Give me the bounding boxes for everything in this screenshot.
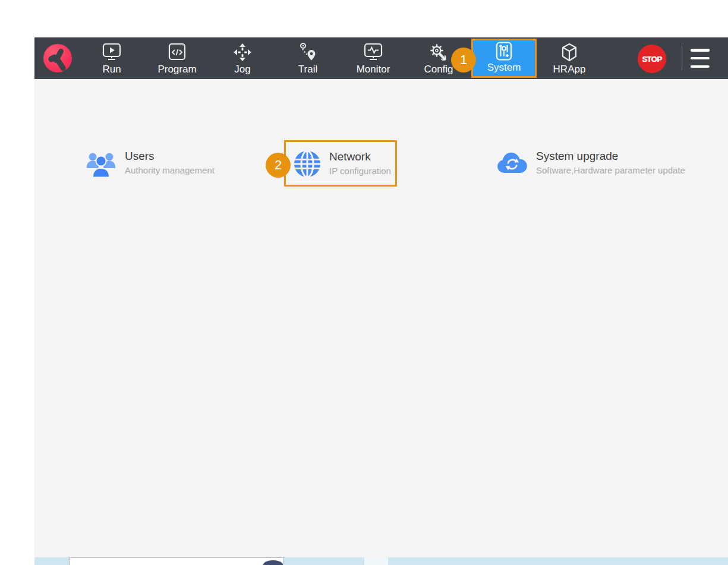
cube-icon: [559, 42, 580, 63]
tab-label: Jog: [234, 64, 250, 75]
topbar-divider: [682, 46, 682, 71]
tile-users[interactable]: Users Authority management: [85, 149, 215, 181]
top-nav-bar: Run Program: [34, 37, 728, 79]
cloud-sync-icon: [496, 149, 528, 178]
tab-system[interactable]: System: [471, 39, 537, 78]
step-2-highlight-outline: Network IP configuration: [284, 140, 397, 187]
tile-system-upgrade[interactable]: System upgrade Software,Hardware paramet…: [496, 149, 688, 178]
tab-jog[interactable]: Jog: [210, 37, 275, 79]
next-figure-panel-edge: [70, 557, 283, 565]
tab-label: Program: [157, 64, 196, 75]
system-page-content: Users Authority management: [34, 79, 728, 557]
tile-subtitle: IP configuration: [329, 165, 391, 176]
tile-subtitle: Software,Hardware parameter update: [536, 165, 688, 176]
tab-label: System: [487, 62, 521, 73]
users-group-icon: [85, 149, 117, 181]
emergency-stop-button[interactable]: STOP: [638, 45, 666, 73]
step-1-badge: 1: [451, 48, 476, 72]
jog-arrows-icon: [232, 42, 253, 63]
tab-trail[interactable]: Trail: [275, 37, 341, 79]
tab-label: Run: [102, 64, 121, 75]
tab-label: Config: [424, 64, 453, 75]
tile-title: Network: [329, 150, 391, 164]
menu-hamburger-icon[interactable]: [691, 49, 710, 68]
robot-teach-pendant-screenshot: Run Program: [34, 37, 728, 565]
tab-label: Trail: [298, 64, 317, 75]
tab-program[interactable]: Program: [144, 37, 210, 79]
program-code-window-icon: [166, 42, 188, 63]
tab-monitor[interactable]: Monitor: [341, 37, 406, 79]
tile-title: Users: [125, 149, 215, 163]
trail-path-pins-icon: [297, 42, 319, 63]
network-globe-icon: [293, 150, 322, 181]
tab-label: Monitor: [357, 64, 390, 75]
config-gear-wrench-icon: [428, 42, 449, 63]
system-sliders-icon: [493, 40, 515, 61]
next-figure-light-segment: [364, 557, 388, 565]
tab-run[interactable]: Run: [79, 37, 144, 79]
monitor-waveform-icon: [363, 42, 384, 63]
tile-network[interactable]: Network IP configuration: [293, 150, 391, 181]
next-figure-top-edge: [34, 557, 728, 565]
tile-subtitle: Authority management: [125, 165, 215, 176]
run-monitor-play-icon: [101, 42, 122, 63]
tab-hrapp[interactable]: HRApp: [537, 37, 602, 79]
document-page: Run Program: [0, 0, 728, 565]
tab-label: HRApp: [553, 64, 586, 75]
tile-title: System upgrade: [536, 149, 688, 163]
next-figure-robot-image-edge: [263, 560, 283, 565]
hans-robot-logo-icon[interactable]: [43, 44, 72, 72]
step-2-badge: 2: [266, 153, 291, 178]
